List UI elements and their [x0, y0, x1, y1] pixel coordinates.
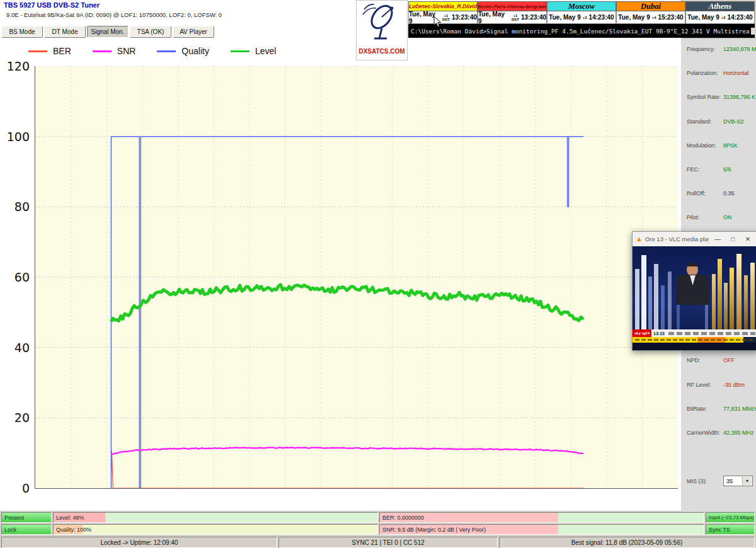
- mis-dropdown[interactable]: 35 ▾: [723, 476, 753, 486]
- studio-bar: [730, 268, 734, 329]
- clock-value: 13:23:40: [521, 14, 546, 21]
- param-label: Standard:: [687, 118, 723, 125]
- param-label: Pilot:: [687, 214, 723, 221]
- quality-bar: Quality: 100%: [53, 524, 378, 535]
- vlc-titlebar[interactable]: ▲ Ore 13 - VLC media player — □ ✕: [633, 232, 756, 246]
- tab-tsa[interactable]: TSA (OK): [130, 26, 171, 38]
- snr-line-swatch: [93, 50, 112, 52]
- param-pilot: Pilot: ON: [687, 214, 753, 221]
- uptime-panel: Locked -> Uptime: 12:09:40: [1, 537, 277, 548]
- clock-date: Tue, May 9: [549, 14, 580, 21]
- param-label: FEC:: [687, 166, 723, 173]
- minimize-button[interactable]: —: [711, 236, 724, 243]
- tab-dt-mode[interactable]: DT Mode: [44, 26, 86, 38]
- command-prompt[interactable]: C:\Users\Roman Dávid>Signal monitoring_P…: [408, 24, 755, 38]
- sync-ts-indicator: Sync TS: [706, 524, 755, 535]
- level-bar: Level: 48%: [53, 512, 378, 523]
- legend-ber: BER: [28, 46, 71, 56]
- world-clocks: Lučenec-Slovakia_R.Dávid Tue, May 9 +1DS…: [408, 1, 755, 24]
- satellite-dish-icon: [357, 1, 407, 42]
- studio-desk: [633, 343, 756, 350]
- news-ticker: sky tg24 13:23: [633, 329, 756, 337]
- present-label: Present: [4, 515, 24, 521]
- y-axis-label: 120: [0, 59, 30, 73]
- tab-bs-mode[interactable]: BS Mode: [1, 26, 43, 38]
- ber-label: BER: 0,0000000: [382, 515, 424, 521]
- studio-bar: [641, 255, 646, 329]
- param-value: 0.35: [723, 190, 753, 197]
- clock-value: 13:23:40: [452, 14, 477, 21]
- param-polarization: Polarization: Horizontal: [687, 70, 753, 77]
- param-value: ON: [723, 214, 753, 221]
- clock-date: Tue, May 9: [478, 11, 510, 25]
- chart-legend: BER SNR Quality Level: [28, 46, 297, 56]
- y-axis-label: 60: [0, 270, 30, 284]
- ber-bar: BER: 0,0000000: [379, 512, 704, 523]
- vlc-window: ▲ Ore 13 - VLC media player — □ ✕: [632, 231, 756, 351]
- legend-label: Quality: [181, 46, 209, 56]
- param-value: 12340,978 MHz: [723, 46, 756, 53]
- vlc-video[interactable]: sky tg24 13:23: [633, 246, 756, 350]
- param-label: BitRate:: [687, 406, 723, 413]
- maximize-button[interactable]: □: [726, 236, 739, 243]
- legend-level: Level: [231, 46, 276, 56]
- param-label: RollOff:: [687, 190, 723, 197]
- breaking-strip: [633, 337, 756, 343]
- param-bitrate: BitRate: 77,831 Mbit/s: [687, 406, 753, 413]
- clock-date: Tue, May 9: [687, 14, 719, 21]
- param-rf-level: RF Level: -35 dBm: [687, 382, 753, 389]
- mis-row: MIS (3): 35 ▾: [687, 476, 753, 486]
- clock-date: Tue, May 9: [618, 14, 650, 21]
- clock-lucenec: Lučenec-Slovakia_R.Dávid Tue, May 9 +1DS…: [408, 1, 478, 24]
- lock-indicator: Lock: [1, 524, 52, 535]
- sync-info-label: SYNC 21 | TEI 0 | CC 512: [352, 539, 425, 546]
- input-indicator: Input (~23,73 Mbps): [706, 512, 755, 523]
- uptime-label: Locked -> Uptime: 12:09:40: [100, 539, 178, 546]
- lock-label: Lock: [4, 527, 16, 533]
- param-value: 5/6: [723, 166, 753, 173]
- input-label: Input (~23,73 Mbps): [709, 515, 754, 520]
- param-carrier-width: CarrierWidth: 42,385 MHz: [687, 430, 753, 437]
- param-modulation: Modulation: 8PSK: [687, 142, 753, 149]
- level-label: Level: 48%: [56, 515, 84, 521]
- param-value: OFF: [723, 357, 753, 364]
- dxsatcs-logo: DXSATCS.COM: [356, 0, 408, 60]
- param-label: CarrierWidth:: [687, 430, 723, 437]
- clock-time-row: Tue, May 9 +3 14:23:40: [685, 11, 755, 24]
- clock-offset: +1DST: [442, 14, 450, 21]
- close-button[interactable]: ✕: [742, 236, 754, 243]
- y-axis-label: 100: [0, 130, 30, 144]
- param-frequency: Frequency: 12340,978 MHz: [687, 46, 753, 53]
- param-label: Symbol Rate:: [687, 94, 723, 101]
- ticker-time: 13:23: [651, 331, 667, 336]
- clock-city: Dubai: [616, 1, 685, 11]
- legend-label: BER: [53, 46, 71, 56]
- clock-athens: Athens Tue, May 9 +3 14:23:40: [685, 1, 755, 24]
- param-label: Polarization:: [687, 70, 723, 77]
- studio-bar: [654, 264, 658, 329]
- snr-label: SNR: 9,5 dB (Margin: 0,2 dB | Very Poor): [382, 527, 486, 533]
- snr-bar: SNR: 9,5 dB (Margin: 0,2 dB | Very Poor): [379, 524, 704, 535]
- tab-signal-mon[interactable]: Signal Mon.: [87, 26, 129, 38]
- legend-snr: SNR: [93, 46, 136, 56]
- studio-bar: [712, 274, 716, 329]
- legend-label: Level: [255, 46, 276, 56]
- legend-quality: Quality: [157, 46, 209, 56]
- tab-av-player[interactable]: AV Player: [173, 26, 214, 38]
- clock-value: 15:23:40: [658, 14, 684, 21]
- param-standard: Standard: DVB-S2: [687, 118, 753, 125]
- signal-chart: [35, 66, 678, 489]
- param-npd: NPD: OFF: [687, 357, 753, 364]
- best-signal-panel: Best signal: 11,8 dB (2023-05-09 05:56): [499, 537, 755, 548]
- clock-city: Moscow: [547, 1, 616, 11]
- studio-bar: [724, 283, 728, 329]
- chevron-down-icon[interactable]: ▾: [742, 477, 752, 485]
- ber-line-swatch: [28, 50, 47, 52]
- level-line-swatch: [231, 50, 249, 52]
- studio-bar: [668, 271, 672, 329]
- mis-value: 35: [726, 478, 733, 484]
- app-title: TBS 5927 USB DVB-S2 Tuner: [4, 1, 100, 9]
- param-value: 31396,796 KS/s: [723, 94, 756, 101]
- studio-bar: [736, 254, 742, 329]
- chart-canvas: [35, 66, 678, 488]
